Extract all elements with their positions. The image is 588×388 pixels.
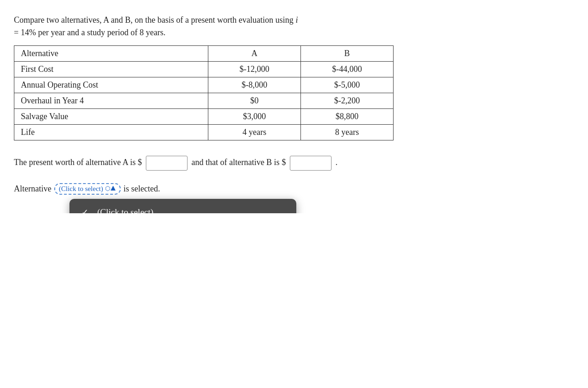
table-cell-0-0: First Cost [14,62,208,77]
table-cell-3-1: $3,000 [208,109,301,125]
table-row: First Cost$-12,000$-44,000 [14,62,394,77]
dropdown-trigger[interactable]: (Click to select) ⬡⯅ [54,183,121,195]
intro-line2: = 14% per year and a study period of 8 y… [14,28,166,37]
alternative-selection-line: Alternative (Click to select) ⬡⯅ is sele… [14,183,574,195]
intro-line1: Compare two alternatives, A and B, on th… [14,15,295,25]
dropdown-menu[interactable]: ✓ (Click to select) B A [69,199,296,213]
table-row: Annual Operating Cost$-8,000$-5,000 [14,77,394,93]
comparison-table: AlternativeABFirst Cost$-12,000$-44,000A… [14,45,394,140]
intro-italic: i [295,15,298,25]
alternative-prefix: Alternative [14,184,51,194]
dropdown-item-default[interactable]: ✓ (Click to select) [69,199,296,213]
table-cell-2-2: $-2,200 [301,93,394,109]
table-row: Salvage Value$3,000$8,800 [14,109,394,125]
table-cell-2-0: Overhaul in Year 4 [14,93,208,109]
dropdown-trigger-label: (Click to select) [59,185,103,193]
table-header-2: B [301,46,394,62]
pw-line: The present worth of alternative A is $ … [14,153,574,172]
checkmark-icon: ✓ [81,207,92,213]
table-row: Overhaul in Year 4$0$-2,200 [14,93,394,109]
dropdown-item-label-default: (Click to select) [97,207,153,213]
alternative-suffix: is selected. [124,184,160,194]
table-cell-2-1: $0 [208,93,301,109]
table-cell-1-1: $-8,000 [208,77,301,93]
table-cell-4-2: 8 years [301,125,394,140]
table-cell-0-2: $-44,000 [301,62,394,77]
table-cell-4-0: Life [14,125,208,140]
table-header-1: A [208,46,301,62]
intro-paragraph: Compare two alternatives, A and B, on th… [14,14,574,39]
chevron-icon: ⬡⯅ [105,185,116,192]
pw-middle: and that of alternative B is $ [191,158,286,167]
table-cell-0-1: $-12,000 [208,62,301,77]
table-cell-1-2: $-5,000 [301,77,394,93]
pw-input-b[interactable] [290,156,332,171]
table-cell-3-2: $8,800 [301,109,394,125]
pw-prefix: The present worth of alternative A is $ [14,158,142,167]
pw-input-a[interactable] [146,156,188,171]
table-header-0: Alternative [14,46,208,62]
table-cell-3-0: Salvage Value [14,109,208,125]
table-row: Life4 years8 years [14,125,394,140]
pw-suffix: . [335,158,338,167]
table-cell-4-1: 4 years [208,125,301,140]
table-cell-1-0: Annual Operating Cost [14,77,208,93]
